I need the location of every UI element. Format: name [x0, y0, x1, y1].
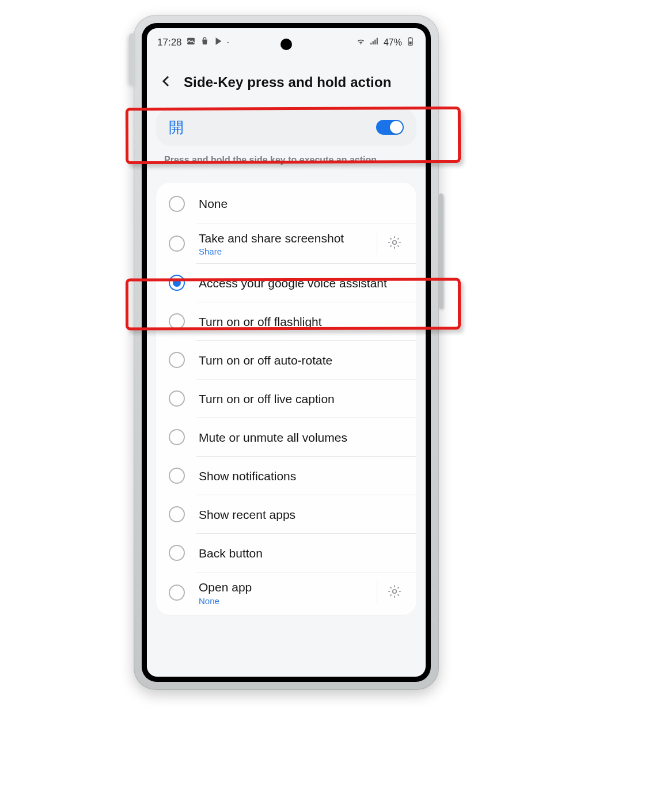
- option-settings-button[interactable]: [377, 582, 406, 604]
- store-icon: [200, 36, 210, 49]
- action-options-list: NoneTake and share screenshotShareAccess…: [156, 183, 416, 615]
- notification-overflow-dot: •: [228, 40, 229, 45]
- option-label: Turn on or off auto-rotate: [199, 352, 406, 368]
- option-label: Back button: [199, 545, 406, 561]
- radio-button[interactable]: [169, 390, 185, 407]
- option-label: None: [199, 196, 406, 211]
- action-option-row[interactable]: Show recent apps: [156, 495, 416, 533]
- option-label: Show recent apps: [199, 507, 406, 522]
- option-sublabel: Share: [199, 246, 372, 256]
- radio-button[interactable]: [169, 585, 185, 601]
- action-option-row[interactable]: Show notifications: [156, 457, 416, 495]
- gallery-icon: [186, 36, 196, 49]
- radio-button[interactable]: [169, 275, 185, 291]
- master-toggle-label: 開: [169, 117, 184, 138]
- svg-point-5: [393, 590, 397, 594]
- option-label: Take and share screenshot: [199, 230, 372, 246]
- play-icon: [214, 36, 223, 49]
- wifi-icon: [356, 36, 366, 49]
- settings-hint: Press and hold the side key to execute a…: [147, 150, 426, 165]
- battery-percentage: 47%: [384, 37, 402, 48]
- svg-rect-2: [409, 41, 411, 44]
- radio-button[interactable]: [169, 352, 185, 368]
- option-settings-button[interactable]: [377, 233, 406, 255]
- gear-icon: [387, 235, 402, 252]
- phone-frame: 17:28 •: [134, 15, 439, 690]
- option-label: Access your google voice assistant: [199, 275, 406, 291]
- radio-button[interactable]: [169, 196, 185, 212]
- option-label: Turn on or off flashlight: [199, 314, 406, 329]
- page-title: Side-Key press and hold action: [184, 74, 391, 90]
- action-option-row[interactable]: Turn on or off auto-rotate: [156, 341, 416, 379]
- action-option-row[interactable]: None: [156, 185, 416, 223]
- physical-side-key: [439, 193, 443, 309]
- radio-button[interactable]: [169, 236, 185, 252]
- radio-button[interactable]: [169, 545, 185, 561]
- svg-point-4: [393, 240, 397, 244]
- master-toggle-switch[interactable]: [376, 120, 404, 135]
- option-label: Turn on or off live caption: [199, 391, 406, 407]
- option-label: Open app: [199, 579, 372, 595]
- action-option-row[interactable]: Back button: [156, 534, 416, 572]
- option-label: Mute or unmute all volumes: [199, 430, 406, 445]
- battery-icon: [405, 36, 415, 49]
- screen: 17:28 •: [147, 28, 426, 677]
- signal-icon: [369, 36, 379, 49]
- radio-button[interactable]: [169, 468, 185, 484]
- master-toggle-row[interactable]: 開: [156, 109, 416, 146]
- status-time: 17:28: [157, 37, 182, 48]
- option-sublabel: None: [199, 596, 372, 606]
- option-label: Show notifications: [199, 468, 406, 484]
- action-option-row[interactable]: Turn on or off flashlight: [156, 302, 416, 340]
- action-option-row[interactable]: Take and share screenshotShare: [156, 223, 416, 263]
- radio-button[interactable]: [169, 313, 185, 329]
- action-option-row[interactable]: Turn on or off live caption: [156, 380, 416, 418]
- action-option-row[interactable]: Open appNone: [156, 572, 416, 612]
- punch-hole-camera: [280, 39, 292, 50]
- svg-rect-3: [410, 37, 411, 37]
- gear-icon: [387, 584, 402, 601]
- radio-button[interactable]: [169, 429, 185, 445]
- back-button[interactable]: [160, 74, 173, 90]
- action-option-row[interactable]: Mute or unmute all volumes: [156, 418, 416, 456]
- radio-button[interactable]: [169, 506, 185, 522]
- action-option-row[interactable]: Access your google voice assistant: [156, 264, 416, 302]
